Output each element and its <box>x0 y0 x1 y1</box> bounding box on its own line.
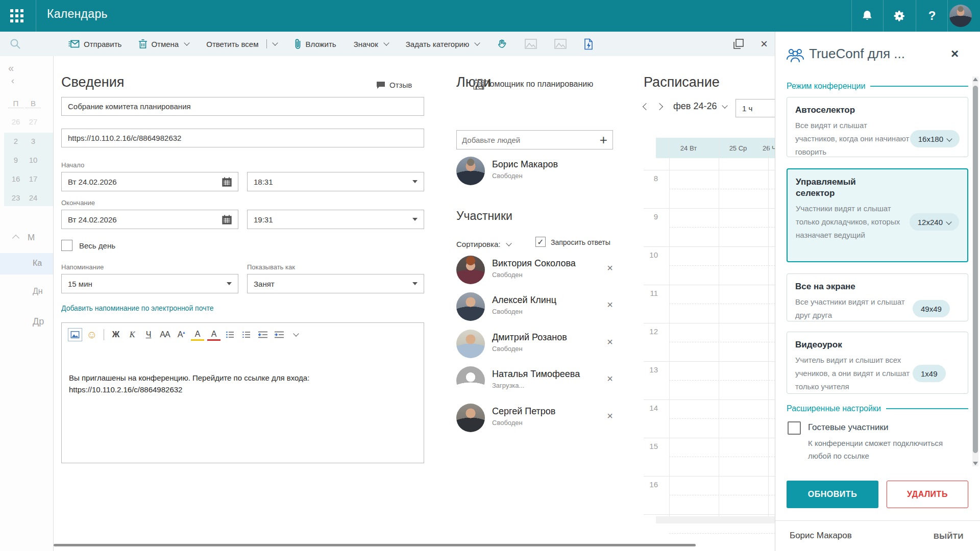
italic-icon[interactable]: К <box>126 329 139 341</box>
remove-attendee-icon[interactable]: × <box>607 373 613 395</box>
minical-date[interactable]: 26 <box>8 117 23 126</box>
user-avatar[interactable] <box>949 5 972 27</box>
hand-clap-icon[interactable] <box>497 39 507 49</box>
update-button[interactable]: ОБНОВИТЬ <box>787 481 878 508</box>
font-color-icon[interactable]: А <box>207 329 220 341</box>
indent-icon[interactable] <box>273 329 286 341</box>
mode-card-video-lesson[interactable]: Видеоурок Учитель видит и слышит всех уч… <box>787 332 968 394</box>
minical-date[interactable]: 17 <box>26 174 41 183</box>
duration-field[interactable]: 1 ч <box>736 99 775 117</box>
minical-date[interactable]: 27 <box>26 117 41 126</box>
bold-icon[interactable]: Ж <box>109 329 122 341</box>
event-title-input[interactable] <box>61 97 424 116</box>
capacity-dropdown[interactable]: 12x240 <box>910 213 959 231</box>
start-date-field[interactable]: Вт 24.02.2026 <box>61 172 238 191</box>
minical-date[interactable]: 16 <box>8 174 23 183</box>
remove-attendee-icon[interactable]: × <box>607 263 613 284</box>
compose-toolbar: Отправить Отмена Ответить всем Вложить З… <box>0 32 775 57</box>
underline-icon[interactable]: Ч <box>142 329 155 341</box>
highlight-icon[interactable]: А <box>191 329 204 341</box>
sidebar-item-other[interactable]: Др <box>33 316 44 327</box>
popout-icon[interactable] <box>733 38 744 52</box>
search-icon[interactable] <box>9 38 21 52</box>
document-lightning-icon[interactable] <box>584 38 593 50</box>
logout-button[interactable]: ВЫЙТИ <box>934 532 964 540</box>
outdent-icon[interactable] <box>256 329 270 341</box>
collapse-group-icon[interactable] <box>12 235 19 242</box>
sort-dropdown[interactable]: Сортировка: <box>456 240 511 248</box>
message-body-text[interactable]: Вы приглашены на конференцию. Перейдите … <box>62 343 424 395</box>
bullet-list-icon[interactable] <box>224 329 237 341</box>
insert-image-icon[interactable] <box>68 328 82 341</box>
charm-button[interactable]: Значок <box>354 40 388 48</box>
insert-image-icon[interactable] <box>525 39 537 49</box>
close-panel-icon[interactable]: × <box>951 46 959 62</box>
vertical-scrollbar[interactable] <box>972 77 978 466</box>
reply-all-button[interactable]: Ответить всем <box>206 39 277 48</box>
minical-date[interactable]: 24 <box>26 193 41 202</box>
notifications-bell-icon[interactable] <box>854 0 880 32</box>
add-people-input[interactable] <box>457 136 595 144</box>
chevron-down-icon[interactable] <box>273 40 278 45</box>
mode-card-autoselector[interactable]: Автоселектор Все видят и слышат участник… <box>787 97 968 157</box>
horizontal-scrollbar[interactable] <box>54 544 696 546</box>
scroll-down-icon[interactable] <box>973 462 978 465</box>
chevron-down-icon[interactable] <box>383 40 389 45</box>
mode-card-managed-selector[interactable]: Управляемый селектор Участники видят и с… <box>787 168 968 262</box>
capacity-dropdown[interactable]: 16x180 <box>910 130 960 147</box>
prev-range-icon[interactable] <box>643 103 650 110</box>
next-range-icon[interactable] <box>656 103 663 110</box>
minical-date[interactable]: 9 <box>8 156 23 164</box>
request-responses-checkbox[interactable]: ✓ <box>535 237 546 247</box>
date-range-label[interactable]: фев 24-26 <box>673 101 717 112</box>
emoji-icon[interactable]: ☺ <box>85 329 99 341</box>
sidebar-item-calendar[interactable]: Ка <box>0 253 53 274</box>
all-day-checkbox[interactable] <box>61 240 72 251</box>
chevron-down-icon[interactable] <box>722 103 728 108</box>
close-compose-icon[interactable]: × <box>761 37 768 51</box>
chevron-down-icon[interactable] <box>475 40 480 45</box>
collapse-sidebar-icon[interactable]: « <box>8 62 14 74</box>
prev-month-icon[interactable]: ‹ <box>11 76 14 86</box>
reminder-select[interactable]: 15 мин <box>61 274 238 293</box>
message-body-editor[interactable]: ☺ Ж К Ч АА А▴ А А <box>61 322 424 463</box>
remove-attendee-icon[interactable]: × <box>607 337 613 358</box>
scroll-up-icon[interactable] <box>973 78 978 81</box>
end-time-field[interactable]: 19:31 <box>247 210 424 229</box>
email-reminder-link[interactable]: Добавить напоминание по электронной почт… <box>61 304 214 312</box>
help-icon[interactable]: ? <box>919 0 945 32</box>
send-button[interactable]: Отправить <box>68 39 121 48</box>
minical-date[interactable]: 3 <box>26 137 41 145</box>
set-category-button[interactable]: Задать категорию <box>406 40 479 48</box>
font-size-icon[interactable]: А▴ <box>175 329 188 341</box>
app-launcher-icon[interactable] <box>4 0 30 32</box>
remove-attendee-icon[interactable]: × <box>607 411 613 432</box>
organizer-name[interactable]: Борис Макаров <box>492 159 558 170</box>
minical-date[interactable]: 10 <box>26 156 41 164</box>
minical-date[interactable]: 23 <box>8 193 23 202</box>
start-time-field[interactable]: 18:31 <box>247 172 424 191</box>
conference-url-input[interactable] <box>61 129 424 147</box>
mode-card-all-on-screen[interactable]: Все на экране Все участники видят и слыш… <box>787 273 968 321</box>
end-date-field[interactable]: Вт 24.02.2026 <box>61 210 238 229</box>
discard-button[interactable]: Отмена <box>139 39 189 49</box>
more-formatting-icon[interactable] <box>293 331 299 336</box>
feedback-button[interactable]: Отзыв <box>376 81 412 89</box>
settings-gear-icon[interactable] <box>887 0 912 32</box>
delete-button[interactable]: УДАЛИТЬ <box>887 481 968 508</box>
calendar-group-label[interactable]: М <box>28 233 35 243</box>
remove-attendee-icon[interactable]: × <box>607 299 613 321</box>
hour-label: 16 <box>645 480 658 489</box>
font-family-icon[interactable]: АА <box>158 329 172 341</box>
show-as-select[interactable]: Занят <box>247 274 424 293</box>
attach-button[interactable]: Вложить <box>295 38 336 49</box>
guest-participants-checkbox[interactable] <box>788 421 801 435</box>
add-person-plus-icon[interactable]: + <box>595 132 612 148</box>
minical-date[interactable]: 2 <box>8 137 23 145</box>
numbered-list-icon[interactable] <box>240 329 253 341</box>
sidebar-item-birthdays[interactable]: Дн <box>33 287 43 296</box>
schedule-heading: Расписание <box>644 74 720 90</box>
scheduling-assistant-link[interactable]: Помощник по планированию <box>484 80 593 89</box>
insert-image-icon[interactable] <box>554 39 567 49</box>
chevron-down-icon[interactable] <box>184 40 190 45</box>
